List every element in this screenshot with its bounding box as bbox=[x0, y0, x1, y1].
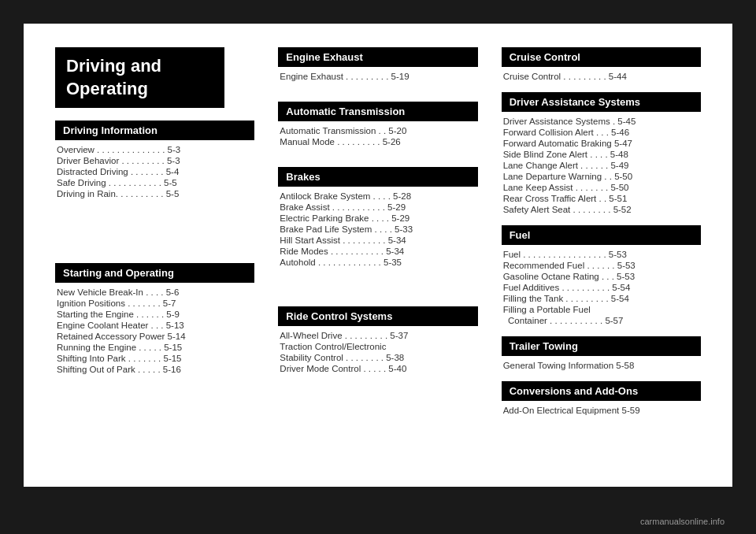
list-item: Brake Assist . . . . . . . . . . . 5-29 bbox=[278, 202, 477, 212]
watermark: carmanualsonline.info bbox=[640, 517, 724, 526]
list-item: Hill Start Assist . . . . . . . . . 5-34 bbox=[278, 235, 477, 245]
list-item: Automatic Transmission . . 5-20 bbox=[278, 126, 477, 135]
starting-operating-header[interactable]: Starting and Operating bbox=[55, 263, 254, 283]
list-item: Lane Change Alert . . . . . . 5-49 bbox=[502, 161, 701, 170]
page-container: Driving and Operating Driving Informatio… bbox=[0, 0, 756, 534]
list-item: Shifting Into Park . . . . . . . 5-15 bbox=[55, 354, 254, 363]
list-item: Side Blind Zone Alert . . . . 5-48 bbox=[502, 150, 701, 159]
list-item: Filling the Tank . . . . . . . . . 5-54 bbox=[502, 294, 701, 303]
column-3: Cruise Control Cruise Control . . . . . … bbox=[486, 47, 701, 463]
list-item: Manual Mode . . . . . . . . . 5-26 bbox=[278, 137, 477, 146]
list-item: Filling a Portable Fuel bbox=[502, 305, 701, 314]
conversions-addons-header[interactable]: Conversions and Add-Ons bbox=[502, 381, 701, 401]
main-title: Driving and Operating bbox=[55, 47, 224, 108]
brakes-header[interactable]: Brakes bbox=[278, 167, 477, 187]
list-item: Add-On Electrical Equipment 5-59 bbox=[502, 406, 701, 415]
list-item: Forward Collision Alert . . . 5-46 bbox=[502, 128, 701, 137]
engine-exhaust-header[interactable]: Engine Exhaust bbox=[278, 47, 477, 67]
list-item: Driver Assistance Systems . 5-45 bbox=[502, 117, 701, 126]
list-item: Stability Control . . . . . . . . 5-38 bbox=[278, 353, 477, 362]
column-1: Driving and Operating Driving Informatio… bbox=[55, 47, 270, 463]
list-item: Lane Departure Warning . . 5-50 bbox=[502, 172, 701, 181]
list-item: Safety Alert Seat . . . . . . . . 5-52 bbox=[502, 205, 701, 214]
list-item: Cruise Control . . . . . . . . . 5-44 bbox=[502, 72, 701, 81]
content-grid: Driving and Operating Driving Informatio… bbox=[55, 47, 701, 463]
list-item: Shifting Out of Park . . . . . 5-16 bbox=[55, 365, 254, 374]
list-item: Container . . . . . . . . . . . 5-57 bbox=[502, 316, 701, 325]
list-item: Recommended Fuel . . . . . . 5-53 bbox=[502, 261, 701, 270]
list-item: Electric Parking Brake . . . . 5-29 bbox=[278, 213, 477, 223]
fuel-header[interactable]: Fuel bbox=[502, 225, 701, 245]
list-item: Ignition Positions . . . . . . . 5-7 bbox=[55, 299, 254, 308]
list-item: Ride Modes . . . . . . . . . . . 5-34 bbox=[278, 247, 477, 256]
column-2: Engine Exhaust Engine Exhaust . . . . . … bbox=[270, 47, 485, 463]
driver-assistance-header[interactable]: Driver Assistance Systems bbox=[502, 92, 701, 112]
list-item: Fuel Additives . . . . . . . . . . 5-54 bbox=[502, 283, 701, 292]
list-item: Rear Cross Traffic Alert . . 5-51 bbox=[502, 194, 701, 203]
list-item: Forward Automatic Braking 5-47 bbox=[502, 139, 701, 148]
list-item: Gasoline Octane Rating . . . 5-53 bbox=[502, 272, 701, 281]
white-area: Driving and Operating Driving Informatio… bbox=[24, 24, 732, 487]
list-item: Driver Behavior . . . . . . . . . 5-3 bbox=[55, 156, 254, 165]
list-item: General Towing Information 5-58 bbox=[502, 361, 701, 370]
list-item: Safe Driving . . . . . . . . . . . 5-5 bbox=[55, 178, 254, 187]
list-item: Brake Pad Life System . . . . 5-33 bbox=[278, 224, 477, 234]
trailer-towing-header[interactable]: Trailer Towing bbox=[502, 336, 701, 356]
list-item: Driver Mode Control . . . . . 5-40 bbox=[278, 364, 477, 373]
list-item: Engine Exhaust . . . . . . . . . 5-19 bbox=[278, 72, 477, 81]
list-item: Running the Engine . . . . . 5-15 bbox=[55, 343, 254, 352]
list-item: Driving in Rain. . . . . . . . . . 5-5 bbox=[55, 189, 254, 198]
list-item: Distracted Driving . . . . . . . 5-4 bbox=[55, 167, 254, 176]
driving-information-header[interactable]: Driving Information bbox=[55, 121, 254, 140]
list-item: Autohold . . . . . . . . . . . . . 5-35 bbox=[278, 258, 477, 267]
list-item: Overview . . . . . . . . . . . . . . 5-3 bbox=[55, 145, 254, 154]
list-item: Retained Accessory Power 5-14 bbox=[55, 332, 254, 341]
list-item: Engine Coolant Heater . . . 5-13 bbox=[55, 321, 254, 330]
automatic-transmission-header[interactable]: Automatic Transmission bbox=[278, 102, 477, 121]
cruise-control-header[interactable]: Cruise Control bbox=[502, 47, 701, 67]
list-item: All-Wheel Drive . . . . . . . . . 5-37 bbox=[278, 331, 477, 340]
list-item: New Vehicle Break-In . . . . 5-6 bbox=[55, 287, 254, 297]
list-item: Antilock Brake System . . . . 5-28 bbox=[278, 191, 477, 201]
ride-control-systems-header[interactable]: Ride Control Systems bbox=[278, 306, 477, 326]
list-item: Lane Keep Assist . . . . . . . 5-50 bbox=[502, 183, 701, 192]
list-item: Fuel . . . . . . . . . . . . . . . . . 5… bbox=[502, 250, 701, 259]
list-item: Starting the Engine . . . . . . 5-9 bbox=[55, 310, 254, 319]
list-item: Traction Control/Electronic bbox=[278, 342, 477, 351]
